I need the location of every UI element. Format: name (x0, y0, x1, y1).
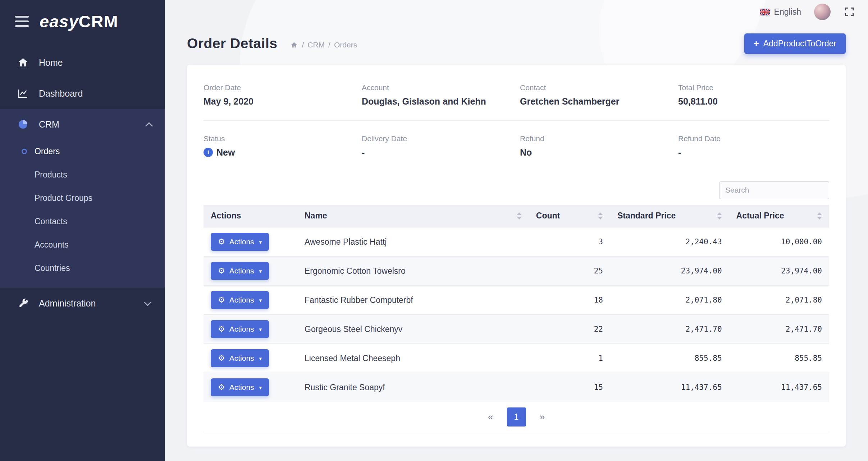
gear-icon: ⚙ (218, 267, 225, 275)
status-value: New (216, 147, 235, 158)
sidebar-item-contacts[interactable]: Contacts (0, 210, 165, 233)
column-header-standard-price[interactable]: Standard Price (610, 205, 729, 227)
cell-count: 3 (529, 227, 610, 257)
row-actions-button[interactable]: ⚙Actions▾ (211, 349, 269, 367)
field-value: i New (204, 147, 355, 158)
field-value: Douglas, Gislason and Kiehn (362, 96, 513, 107)
search-row (204, 181, 829, 199)
caret-down-icon: ▾ (259, 356, 262, 361)
gear-icon: ⚙ (218, 325, 225, 333)
pagination-next[interactable]: » (537, 411, 548, 423)
pagination: « 1 » (204, 402, 829, 432)
pagination-prev[interactable]: « (485, 411, 496, 423)
sidebar-item-dashboard[interactable]: Dashboard (0, 78, 165, 109)
column-label: Actions (211, 211, 241, 221)
cell-actual-price: 2,071.80 (729, 286, 829, 315)
breadcrumb-crm[interactable]: CRM (307, 41, 325, 49)
sidebar-item-accounts[interactable]: Accounts (0, 233, 165, 257)
hamburger-menu-icon[interactable] (15, 14, 29, 28)
field-refund-date: Refund Date - (678, 134, 829, 158)
column-header-actual-price[interactable]: Actual Price (729, 205, 829, 227)
pagination-page-1[interactable]: 1 (507, 407, 526, 427)
caret-down-icon: ▾ (259, 268, 262, 274)
sidebar: easyCRM Home Dashboard CRM Orders Produc… (0, 0, 165, 461)
breadcrumb-orders[interactable]: Orders (334, 41, 357, 49)
cell-standard-price: 23,974.00 (610, 257, 729, 286)
column-header-count[interactable]: Count (529, 205, 610, 227)
field-total-price: Total Price 50,811.00 (678, 83, 829, 107)
add-button-label: AddProductToOrder (763, 39, 836, 49)
field-label: Delivery Date (362, 134, 513, 143)
app-logo[interactable]: easyCRM (40, 11, 118, 31)
field-contact: Contact Gretchen Schamberger (520, 83, 671, 107)
cell-actual-price: 855.85 (729, 344, 829, 373)
sidebar-item-orders[interactable]: Orders (0, 140, 165, 163)
gear-icon: ⚙ (218, 354, 225, 362)
sort-icon (812, 212, 822, 220)
sidebar-item-products[interactable]: Products (0, 163, 165, 186)
sidebar-item-crm[interactable]: CRM (0, 109, 165, 140)
sidebar-subitem-label: Contacts (35, 217, 67, 226)
language-selector[interactable]: English (760, 7, 801, 17)
field-value: Gretchen Schamberger (520, 96, 671, 107)
logo-crm: CRM (79, 12, 118, 31)
field-refund: Refund No (520, 134, 671, 158)
active-dot-icon (22, 149, 27, 154)
actions-label: Actions (229, 238, 254, 246)
info-icon[interactable]: i (204, 148, 213, 157)
crm-icon (17, 119, 29, 130)
home-breadcrumb-icon[interactable] (290, 41, 298, 49)
actions-label: Actions (229, 267, 254, 275)
column-label: Actual Price (736, 211, 784, 221)
sidebar-item-administration[interactable]: Administration (0, 288, 165, 319)
cell-actual-price: 2,471.70 (729, 315, 829, 344)
avatar[interactable] (814, 4, 831, 20)
sidebar-item-countries[interactable]: Countries (0, 257, 165, 280)
sidebar-subitem-label: Orders (35, 147, 60, 156)
row-actions-button[interactable]: ⚙Actions▾ (211, 262, 269, 280)
plus-icon: + (754, 39, 759, 48)
sidebar-subitem-label: Product Groups (35, 193, 92, 203)
caret-down-icon: ▾ (259, 327, 262, 332)
uk-flag-icon (760, 9, 770, 15)
gear-icon: ⚙ (218, 296, 225, 304)
cell-name: Licensed Metal Cheeseph (297, 344, 529, 373)
column-label: Count (536, 211, 560, 221)
table-row: ⚙Actions▾ Licensed Metal Cheeseph 1 855.… (204, 344, 829, 373)
field-status: Status i New (204, 134, 355, 158)
search-input[interactable] (719, 181, 829, 199)
table-header-row: Actions Name Count Standard Price (204, 205, 829, 227)
column-header-name[interactable]: Name (297, 205, 529, 227)
column-header-actions: Actions (204, 205, 297, 227)
cell-standard-price: 2,471.70 (610, 315, 729, 344)
divider (204, 120, 829, 121)
row-actions-button[interactable]: ⚙Actions▾ (211, 320, 269, 338)
sidebar-item-home[interactable]: Home (0, 47, 165, 78)
row-actions-button[interactable]: ⚙Actions▾ (211, 291, 269, 309)
cell-standard-price: 855.85 (610, 344, 729, 373)
cell-name: Fantastic Rubber Computerbf (297, 286, 529, 315)
cell-count: 1 (529, 344, 610, 373)
order-info-row-1: Order Date May 9, 2020 Account Douglas, … (204, 83, 829, 107)
sort-icon (512, 212, 522, 220)
sidebar-subitem-label: Accounts (35, 240, 69, 250)
sidebar-item-label: Dashboard (39, 88, 83, 99)
field-label: Refund Date (678, 134, 829, 143)
cell-actual-price: 23,974.00 (729, 257, 829, 286)
row-actions-button[interactable]: ⚙Actions▾ (211, 233, 269, 251)
cell-name: Ergonomic Cotton Towelsro (297, 257, 529, 286)
breadcrumb: / CRM / Orders (290, 41, 357, 49)
language-label: English (774, 7, 801, 17)
home-icon (17, 57, 29, 68)
row-actions-button[interactable]: ⚙Actions▾ (211, 378, 269, 396)
add-product-to-order-button[interactable]: + AddProductToOrder (744, 33, 846, 54)
actions-label: Actions (229, 383, 254, 392)
field-label: Order Date (204, 83, 355, 92)
field-value: 50,811.00 (678, 96, 829, 107)
table-row: ⚙Actions▾ Fantastic Rubber Computerbf 18… (204, 286, 829, 315)
caret-down-icon: ▾ (259, 298, 262, 303)
field-label: Account (362, 83, 513, 92)
fullscreen-icon[interactable] (844, 6, 855, 18)
sidebar-item-label: Home (39, 57, 63, 68)
sidebar-item-product-groups[interactable]: Product Groups (0, 186, 165, 210)
